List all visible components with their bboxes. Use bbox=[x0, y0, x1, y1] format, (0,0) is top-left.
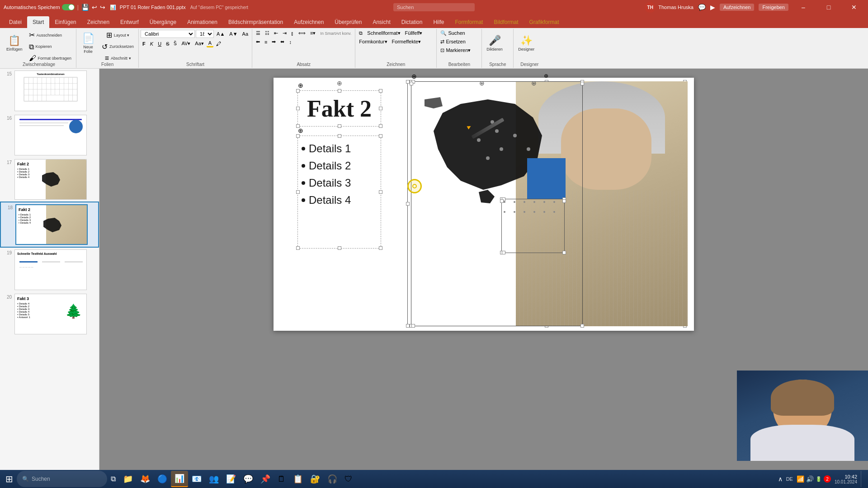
present-icon[interactable]: ▶ bbox=[710, 4, 715, 11]
tab-hilfe[interactable]: Hilfe bbox=[428, 16, 449, 28]
taskbar-systray[interactable]: 📶 🔊 🔋 2 bbox=[797, 475, 831, 483]
details-handle-bc[interactable] bbox=[338, 246, 341, 250]
details-rot-handle[interactable]: ⊕ bbox=[298, 127, 303, 134]
title-handle-br[interactable] bbox=[379, 124, 382, 128]
char-space-btn[interactable]: AV▾ bbox=[179, 40, 192, 47]
taskbar-lang[interactable]: DE bbox=[786, 476, 793, 482]
details-handle-tr[interactable] bbox=[379, 134, 382, 138]
chat-icon[interactable]: 💬 bbox=[698, 4, 706, 11]
tab-ansicht[interactable]: Ansicht bbox=[367, 16, 396, 28]
title-handle-tl[interactable] bbox=[296, 89, 300, 93]
tab-bildformat[interactable]: Bildformat bbox=[488, 16, 524, 28]
slide-item-20[interactable]: 20 Fakt 3 • Details 4• Details 2• Detail… bbox=[0, 292, 99, 336]
details-handle-tc[interactable] bbox=[338, 134, 341, 138]
shape-outline-btn[interactable]: Formkontur▾ bbox=[357, 38, 389, 45]
taskview-btn[interactable]: ⧉ bbox=[107, 471, 119, 487]
taskbar-vistascript[interactable]: 📋 bbox=[289, 471, 307, 487]
taskbar-misc3[interactable]: 🛡 bbox=[341, 471, 356, 487]
title-handle-tr[interactable] bbox=[379, 89, 382, 93]
group-handle-tl[interactable] bbox=[406, 80, 410, 84]
layout-button[interactable]: ⊞ Layout ▾ bbox=[99, 30, 137, 41]
italic-btn[interactable]: K bbox=[148, 41, 155, 47]
paste-button[interactable]: 📋 Einfügen bbox=[4, 30, 25, 57]
search-taskbar-btn[interactable]: 🔍 Suchen bbox=[17, 471, 107, 487]
details-handle-ml[interactable] bbox=[296, 190, 300, 194]
taskbar-chat[interactable]: 💬 bbox=[240, 471, 257, 487]
title-handle-mr[interactable] bbox=[379, 107, 382, 110]
title-handle-bc[interactable] bbox=[338, 124, 341, 128]
undo-icon[interactable]: ↩ bbox=[92, 4, 97, 11]
tab-zeichnen[interactable]: Zeichnen bbox=[82, 16, 115, 28]
fakt2-title-box[interactable]: ⊕ Fakt 2 bbox=[297, 90, 381, 127]
increase-font-btn[interactable]: A▲ bbox=[215, 31, 226, 37]
clear-format-btn[interactable]: Aa bbox=[241, 31, 250, 37]
numbered-list-btn[interactable]: ☷ bbox=[263, 30, 271, 37]
taskbar-misc2[interactable]: 🎧 bbox=[324, 471, 341, 487]
underline-btn[interactable]: U bbox=[156, 41, 163, 47]
reset-button[interactable]: ↺ Zurücksetzen bbox=[99, 42, 137, 52]
autosave-switch[interactable] bbox=[62, 4, 75, 10]
group-handle-bl[interactable] bbox=[406, 324, 410, 328]
save-icon[interactable]: 💾 bbox=[81, 4, 89, 11]
freigeben-btn[interactable]: Freigeben bbox=[759, 4, 788, 11]
cut-button[interactable]: ✂ Ausschneiden bbox=[26, 30, 75, 41]
photo-handle-bc[interactable] bbox=[411, 324, 415, 328]
group-handle-ml[interactable] bbox=[406, 202, 410, 206]
smartart-btn[interactable]: In SmartArt konv. bbox=[318, 31, 353, 36]
align-left-btn[interactable]: ⬅ bbox=[254, 38, 262, 45]
tab-start[interactable]: Start bbox=[27, 16, 49, 28]
aufzeichnen-btn[interactable]: Aufzeichnen bbox=[720, 4, 755, 11]
designer-button[interactable]: ✨ Designer bbox=[515, 30, 537, 57]
font-size-select[interactable]: 18 bbox=[196, 30, 214, 38]
slide-item-16[interactable]: 16 bbox=[0, 113, 99, 157]
slide-item-15[interactable]: 15 Tastenkombinationen bbox=[0, 69, 99, 113]
decrease-indent-btn[interactable]: ⇤ bbox=[272, 30, 280, 37]
shape-effect-btn[interactable]: Formeffekte▾ bbox=[390, 38, 423, 45]
align-center-btn[interactable]: ≡ bbox=[263, 39, 269, 45]
photo-handle-tc[interactable] bbox=[411, 80, 415, 84]
new-slide-button[interactable]: 📄 NeueFolie bbox=[78, 30, 98, 57]
list-btn[interactable]: ☰ bbox=[254, 30, 262, 37]
taskbar-ppt[interactable]: 📊 bbox=[171, 471, 188, 487]
details-handle-br[interactable] bbox=[379, 246, 382, 250]
show-desktop-btn[interactable] bbox=[861, 471, 863, 487]
tab-uebergaenge[interactable]: Übergänge bbox=[144, 16, 182, 28]
copy-button[interactable]: ⧉ Kopieren bbox=[26, 42, 75, 52]
replace-btn[interactable]: ⇄ Ersetzen bbox=[439, 38, 467, 45]
close-button[interactable]: ✕ bbox=[844, 0, 864, 14]
text-case-btn[interactable]: Aa▾ bbox=[193, 40, 205, 47]
align-right-btn[interactable]: ➡ bbox=[270, 38, 278, 45]
align-text-btn[interactable]: ≡▾ bbox=[308, 30, 317, 37]
taskbar-outlook[interactable]: 📧 bbox=[188, 471, 205, 487]
photo-rot-handle[interactable]: ⊕ bbox=[411, 73, 417, 80]
photo-handle-bl[interactable] bbox=[410, 324, 413, 328]
photo-handle-tl[interactable] bbox=[410, 80, 413, 84]
details-handle-mr[interactable] bbox=[379, 190, 382, 194]
line-spacing-btn[interactable]: ↕ bbox=[287, 39, 293, 45]
tab-grafikformat[interactable]: Grafikformat bbox=[524, 16, 565, 28]
slide-item-17[interactable]: 17 Fakt 2 • Details 1• Details 2• Detail… bbox=[0, 157, 99, 202]
group-rot-handle[interactable]: ⊕ bbox=[544, 73, 549, 78]
taskbar-misc1[interactable]: 🔐 bbox=[307, 471, 324, 487]
tab-entwurf[interactable]: Entwurf bbox=[115, 16, 144, 28]
tab-formformat[interactable]: Formformat bbox=[449, 16, 488, 28]
highlight-btn[interactable]: 🖍 bbox=[214, 41, 223, 47]
select-btn[interactable]: ⊡ Markieren▾ bbox=[439, 47, 472, 54]
taskbar-icons-right[interactable]: ∧ bbox=[778, 475, 783, 483]
tab-datei[interactable]: Datei bbox=[4, 16, 27, 28]
strikethrough-btn[interactable]: S bbox=[164, 41, 171, 47]
dot-handle-bc[interactable] bbox=[502, 251, 505, 254]
minimize-button[interactable]: – bbox=[793, 0, 814, 14]
taskbar-word[interactable]: 📝 bbox=[222, 471, 240, 487]
tab-ueberpruefen[interactable]: Überprüfen bbox=[329, 16, 367, 28]
arrange-btn[interactable]: ⧉ bbox=[357, 30, 364, 37]
details-handle-tl[interactable] bbox=[296, 134, 300, 138]
canvas-rot-icon-3[interactable]: ⊕ bbox=[531, 80, 537, 87]
taskbar-time[interactable]: 10:42 10.01.2024 bbox=[835, 474, 857, 484]
details-handle-bl[interactable] bbox=[296, 246, 300, 250]
tab-einfuegen[interactable]: Einfügen bbox=[49, 16, 81, 28]
title-handle-ml[interactable] bbox=[296, 107, 300, 110]
increase-indent-btn[interactable]: ⇥ bbox=[281, 30, 288, 37]
taskbar-chrome[interactable]: 🔵 bbox=[154, 471, 171, 487]
redo-icon[interactable]: ↪ bbox=[100, 4, 105, 11]
